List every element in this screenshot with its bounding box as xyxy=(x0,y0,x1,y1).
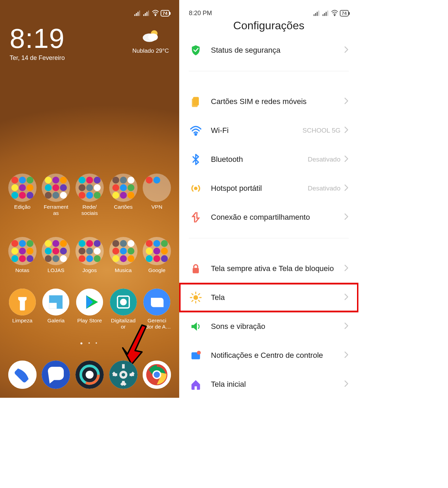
svg-rect-2 xyxy=(138,12,139,16)
settings-status-bar: 8:20 PM 74 xyxy=(179,3,358,20)
svg-point-45 xyxy=(154,372,160,378)
settings-item-label: Notificações e Centro de controle xyxy=(202,351,344,360)
chevron-right-icon xyxy=(344,184,349,193)
folder-ferrament-as[interactable]: Ferrament as xyxy=(39,174,72,216)
clock-date: Ter, 14 de Fevereiro xyxy=(10,54,65,62)
hotspot-icon xyxy=(190,182,202,195)
phone-icon xyxy=(8,361,37,389)
folder-jogos[interactable]: Jogos xyxy=(73,237,106,280)
dock-messages[interactable] xyxy=(42,361,70,389)
svg-point-54 xyxy=(334,15,335,16)
dock-settings[interactable] xyxy=(109,361,138,389)
settings-item-sound[interactable]: Sons e vibração xyxy=(179,312,358,341)
settings-item-home[interactable]: Tela inicial xyxy=(179,370,358,398)
settings-item-value: Desativado xyxy=(308,185,344,192)
dock-browser[interactable] xyxy=(75,361,104,389)
lock-icon xyxy=(190,262,202,275)
settings-item-label: Tela xyxy=(202,293,344,302)
svg-rect-59 xyxy=(193,268,199,273)
folder-label: Ferrament as xyxy=(39,204,72,216)
svg-point-8 xyxy=(155,15,156,16)
svg-rect-49 xyxy=(318,11,319,16)
chevron-right-icon xyxy=(344,380,349,389)
app-digitalizad-or[interactable]: Digitalizad or xyxy=(107,289,140,330)
svg-rect-50 xyxy=(322,14,323,16)
folder-google[interactable]: Google xyxy=(140,237,173,280)
settings-item-bluetooth[interactable]: BluetoothDesativado xyxy=(179,145,358,174)
svg-rect-5 xyxy=(145,13,146,16)
notif-icon xyxy=(190,349,202,362)
folder-musica[interactable]: Musica xyxy=(107,237,140,280)
signal-icon xyxy=(313,9,320,17)
homescreen-clock[interactable]: 8:19 Ter, 14 de Fevereiro xyxy=(10,25,65,62)
wifi-icon xyxy=(190,124,202,137)
dock-chrome[interactable] xyxy=(143,361,171,389)
folder-row-2: NotasLOJASJogosMusicaGoogle xyxy=(6,237,174,280)
dock xyxy=(6,361,174,389)
settings-item-label: Tela sempre ativa e Tela de bloqueio xyxy=(202,264,344,273)
folder-label: VPN xyxy=(140,204,173,216)
folder-notas[interactable]: Notas xyxy=(6,237,39,280)
folder-label: Notas xyxy=(6,267,39,280)
folder-label: Edição xyxy=(6,204,39,216)
chevron-right-icon xyxy=(344,46,349,55)
chevron-right-icon xyxy=(344,126,349,135)
svg-point-41 xyxy=(121,373,125,376)
sound-icon xyxy=(190,320,202,333)
svg-rect-3 xyxy=(139,11,140,16)
divider xyxy=(189,238,349,238)
svg-line-67 xyxy=(198,294,200,295)
settings-item-label: Tela inicial xyxy=(202,380,344,389)
svg-rect-52 xyxy=(326,12,327,16)
settings-item-hotspot[interactable]: Hotspot portátilDesativado xyxy=(179,174,358,203)
settings-screen: 8:20 PM 74 Configurações Status de segur… xyxy=(179,0,358,398)
settings-item-label: Hotspot portátil xyxy=(202,184,308,193)
settings-item-label: Sons e vibração xyxy=(202,322,344,331)
app-play-store[interactable]: Play Store xyxy=(73,289,106,330)
folder-rede-sociais[interactable]: Rede/ sociais xyxy=(73,174,106,216)
folder-label: Musica xyxy=(107,267,140,280)
folder-vpn[interactable]: VPN xyxy=(140,174,173,216)
settings-item-label: Bluetooth xyxy=(202,155,308,164)
svg-rect-47 xyxy=(315,13,316,16)
settings-item-wifi[interactable]: Wi-FiSCHOOL 5G xyxy=(179,116,358,145)
settings-item-shield[interactable]: Status de segurança xyxy=(179,36,358,65)
app-label: Limpeza xyxy=(6,318,39,330)
svg-rect-46 xyxy=(313,14,314,16)
wifi-icon xyxy=(152,9,159,17)
settings-item-label: Conexão e compartilhamento xyxy=(202,212,344,222)
chrome-icon xyxy=(143,361,171,389)
settings-item-sim[interactable]: Cartões SIM e redes móveis xyxy=(179,87,358,116)
chevron-right-icon xyxy=(344,293,349,302)
dock-phone[interactable] xyxy=(8,361,37,389)
app-galeria[interactable]: Galeria xyxy=(39,289,72,330)
settings-item-share[interactable]: Conexão e compartilhamento xyxy=(179,203,358,232)
settings-item-label: Cartões SIM e redes móveis xyxy=(202,97,344,106)
share-icon xyxy=(190,211,202,224)
settings-item-lock[interactable]: Tela sempre ativa e Tela de bloqueio xyxy=(179,254,358,283)
settings-item-label: Status de segurança xyxy=(202,45,344,55)
app-limpeza[interactable]: Limpeza xyxy=(6,289,39,330)
app-label: Galeria xyxy=(39,318,72,330)
signal-icon xyxy=(143,9,150,17)
wifi-icon xyxy=(331,9,338,17)
status-time: 8:20 PM xyxy=(189,10,212,17)
app-gerenci-ador-de-a-[interactable]: Gerenci ador de A… xyxy=(140,289,173,330)
chevron-right-icon xyxy=(344,155,349,164)
shield-icon xyxy=(190,44,202,56)
svg-point-58 xyxy=(195,187,197,190)
chevron-right-icon xyxy=(344,97,349,106)
svg-point-57 xyxy=(195,134,197,135)
settings-item-notif[interactable]: Notificações e Centro de controle xyxy=(179,341,358,370)
folder-cart-es[interactable]: Cartões xyxy=(107,174,140,216)
svg-point-11 xyxy=(148,33,158,41)
svg-line-66 xyxy=(198,300,200,301)
settings-item-sun[interactable]: Tela xyxy=(179,283,358,312)
homescreen-status-bar: 74 xyxy=(0,3,179,20)
folder-lojas[interactable]: LOJAS xyxy=(39,237,72,280)
homescreen: 74 8:19 Ter, 14 de Fevereiro Nublado 29°… xyxy=(0,0,179,398)
app-label: Digitalizad or xyxy=(107,318,140,330)
settings-item-label: Wi-Fi xyxy=(202,126,303,135)
folder-edi-o[interactable]: Edição xyxy=(6,174,39,216)
homescreen-weather[interactable]: Nublado 29°C xyxy=(132,27,169,54)
